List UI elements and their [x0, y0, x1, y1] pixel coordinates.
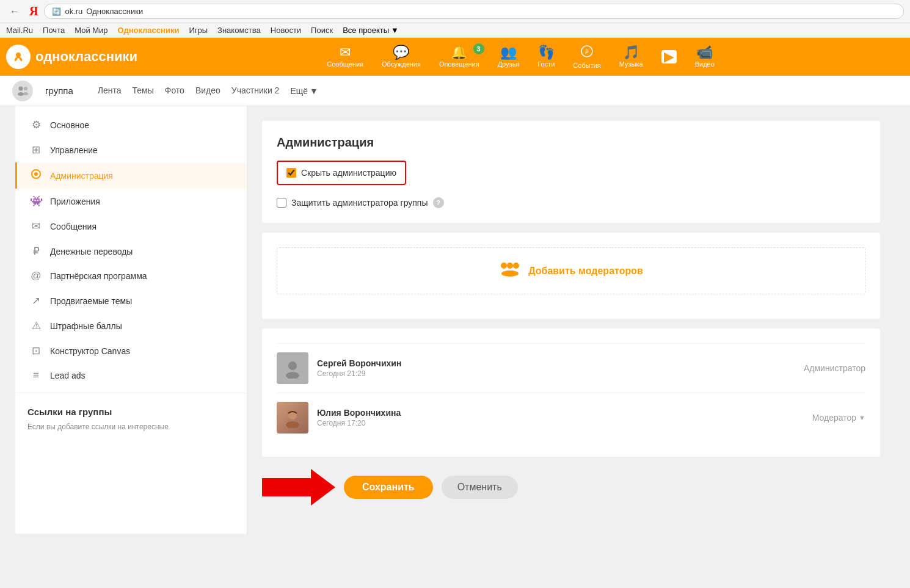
content-area: Администрация Скрыть администрацию Защит… [247, 106, 895, 534]
nav-guests[interactable]: 👣 Гости [537, 46, 555, 68]
avatar-yulia [277, 402, 308, 434]
management-icon: ⊞ [29, 143, 43, 156]
pochta-link[interactable]: Почта [43, 26, 65, 35]
admin-icon [29, 169, 43, 183]
events-label: События [573, 62, 600, 69]
discussions-icon: 💬 [393, 46, 409, 59]
friends-label: Друзья [498, 60, 520, 68]
protect-admin-checkbox-label[interactable]: Защитить администратора группы [277, 198, 428, 208]
gear-icon: ⚙ [29, 118, 43, 131]
save-button[interactable]: Сохранить [344, 476, 433, 499]
messages-label: Сообщения [327, 60, 363, 68]
sidebar-item-apps[interactable]: 👾 Приложения [15, 189, 247, 214]
address-site: Одноклассники [86, 7, 143, 16]
nav-friends[interactable]: 👥 Друзья [498, 46, 520, 68]
tab-members[interactable]: Участники 2 [231, 77, 280, 105]
sidebar: ⚙ Основное ⊞ Управление Администрация 👾 … [15, 106, 247, 534]
add-moderators-label: Добавить модераторов [528, 266, 643, 277]
main-layout: ⚙ Основное ⊞ Управление Администрация 👾 … [15, 106, 895, 534]
role-label-sergei: Администратор [804, 363, 865, 373]
add-moderators-box[interactable]: Добавить модераторов [277, 247, 865, 294]
arrow-head [311, 469, 335, 506]
user-name-sergei: Сергей Ворончихин [317, 358, 795, 368]
sidebar-label-fines: Штрафные баллы [50, 321, 122, 331]
sidebar-item-partner[interactable]: @ Партнёрская программа [15, 264, 247, 288]
sidebar-item-fines[interactable]: ⚠ Штрафные баллы [15, 313, 247, 338]
nav-alerts[interactable]: 🔔 3 Оповещения [439, 46, 479, 68]
hide-admin-checkbox-label[interactable]: Скрыть администрацию [286, 168, 396, 178]
tab-video[interactable]: Видео [195, 77, 220, 105]
address-url: ok.ru [65, 7, 82, 16]
sidebar-label-canvas: Конструктор Canvas [50, 346, 130, 356]
tab-photos[interactable]: Фото [165, 77, 184, 105]
moderators-icon [499, 260, 521, 281]
user-name-yulia: Юлия Ворончихина [317, 408, 804, 418]
more-btn[interactable]: Ещё ▼ [290, 86, 318, 96]
friends-icon: 👥 [500, 46, 517, 59]
avatar-sergei [277, 352, 308, 384]
dating-link[interactable]: Знакомства [217, 26, 261, 35]
sidebar-label-messages: Сообщения [50, 222, 96, 231]
news-link[interactable]: Новости [271, 26, 301, 35]
svg-point-9 [501, 263, 507, 269]
sidebar-label-admin: Администрация [50, 171, 113, 181]
ok-link[interactable]: Одноклассники [118, 26, 180, 35]
moimir-link[interactable]: Мой Мир [75, 26, 107, 35]
sidebar-section-title: Ссылки на группы [15, 398, 247, 419]
tab-feed[interactable]: Лента [98, 77, 122, 105]
nav-messages[interactable]: ✉ Сообщения [327, 46, 363, 68]
svg-point-5 [24, 87, 27, 90]
section-title: Администрация [277, 136, 865, 150]
all-projects-label: Все проекты [343, 26, 389, 35]
games-link[interactable]: Игры [189, 26, 208, 35]
sidebar-item-messages[interactable]: ✉ Сообщения [15, 214, 247, 239]
nav-events[interactable]: ₽ События [573, 45, 600, 69]
play-icon: ▶ [661, 50, 677, 64]
video-icon: 📹 [696, 46, 713, 59]
protect-admin-label: Защитить администратора группы [291, 198, 428, 208]
refresh-icon: 🔄 [52, 7, 61, 16]
nav-play[interactable]: ▶ [661, 50, 677, 64]
alerts-badge: 3 [473, 43, 484, 54]
svg-point-3 [19, 86, 23, 90]
moderators-card: Добавить модераторов [262, 233, 880, 319]
nav-video[interactable]: 📹 Видео [695, 46, 715, 68]
mailru-link[interactable]: Mail.Ru [6, 26, 33, 35]
sidebar-item-administration[interactable]: Администрация [15, 162, 247, 189]
group-tabs: Лента Темы Фото Видео Участники 2 Ещё ▼ [98, 77, 318, 105]
apps-icon: 👾 [29, 195, 43, 208]
hide-admin-checkbox[interactable] [286, 168, 296, 178]
sidebar-item-lead-ads[interactable]: ≡ Lead ads [15, 363, 247, 388]
sidebar-item-promoted[interactable]: ↗ Продвигаемые темы [15, 288, 247, 313]
guests-label: Гости [537, 60, 555, 68]
cancel-button[interactable]: Отменить [442, 476, 518, 499]
role-dropdown-yulia[interactable]: ▼ [859, 414, 865, 421]
user-time-sergei: Сегодня 21:29 [317, 369, 795, 378]
back-button[interactable]: ← [6, 5, 23, 18]
ok-logo[interactable]: одноклассники [6, 45, 137, 69]
sidebar-item-basic[interactable]: ⚙ Основное [15, 112, 247, 137]
sidebar-item-money[interactable]: ₽ Денежные переводы [15, 239, 247, 264]
sidebar-item-canvas[interactable]: ⊡ Конструктор Canvas [15, 338, 247, 363]
help-icon[interactable]: ? [433, 197, 444, 208]
address-bar[interactable]: 🔄 ok.ru Одноклассники [44, 4, 904, 19]
tab-topics[interactable]: Темы [132, 77, 153, 105]
alerts-label: Оповещения [439, 60, 479, 68]
guests-icon: 👣 [538, 46, 555, 59]
messages-sidebar-icon: ✉ [29, 220, 43, 233]
protect-admin-checkbox[interactable] [277, 198, 286, 208]
music-label: Музыка [619, 60, 643, 68]
ok-logo-icon [6, 45, 31, 69]
all-projects-btn[interactable]: Все проекты ▼ [343, 26, 399, 35]
users-card: Сергей Ворончихин Сегодня 21:29 Админист… [262, 328, 880, 457]
nav-music[interactable]: 🎵 Музыка [619, 46, 643, 68]
discussions-label: Обсуждения [382, 60, 421, 68]
search-link[interactable]: Поиск [311, 26, 333, 35]
sidebar-label-money: Денежные переводы [50, 247, 133, 256]
admin-card: Администрация Скрыть администрацию Защит… [262, 121, 880, 223]
sidebar-label-management: Управление [50, 145, 98, 155]
sidebar-item-management[interactable]: ⊞ Управление [15, 137, 247, 162]
sidebar-label-basic: Основное [50, 120, 89, 130]
nav-discussions[interactable]: 💬 Обсуждения [382, 46, 421, 68]
svg-point-12 [501, 270, 519, 277]
